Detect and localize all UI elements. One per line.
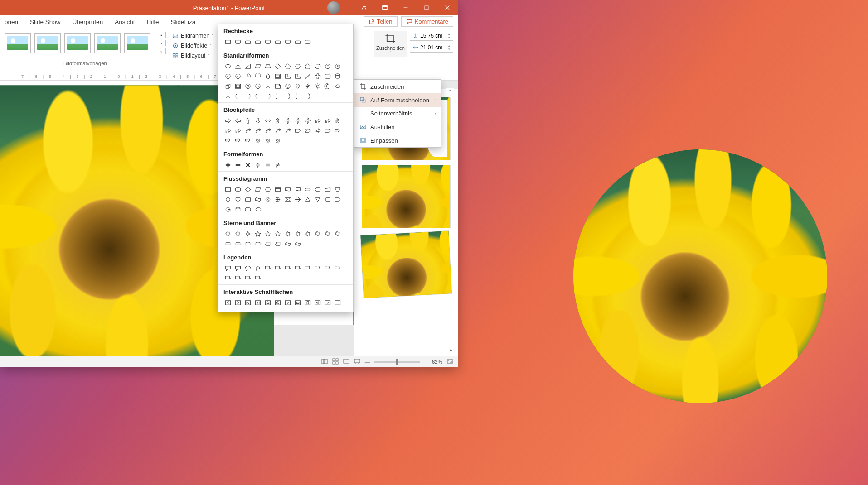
shape-arrUD[interactable]	[273, 116, 282, 125]
shape-snip[interactable]	[253, 37, 262, 46]
shape-trap[interactable]	[263, 62, 272, 71]
shape-fcData[interactable]	[253, 185, 262, 194]
shape-wave[interactable]	[283, 239, 292, 248]
shape-arrPent[interactable]	[293, 126, 302, 135]
shape-nosym[interactable]	[253, 82, 262, 91]
shape-callLine2[interactable]	[333, 264, 342, 273]
shape-fcMerge[interactable]	[313, 195, 322, 204]
shape-cross[interactable]	[313, 72, 322, 81]
shape-callOval[interactable]	[243, 264, 252, 273]
display-options-icon[interactable]	[374, 0, 395, 15]
shape-abBack[interactable]	[223, 298, 233, 307]
shape-abHelp[interactable]: ?	[323, 298, 332, 307]
shape-sun[interactable]	[313, 82, 322, 91]
height-field[interactable]: 15,75 cm ▴▾	[410, 31, 453, 41]
shape-callLine[interactable]	[283, 264, 292, 273]
tab-ansicht[interactable]: Ansicht	[114, 17, 136, 27]
shape-fcSort[interactable]	[293, 195, 302, 204]
design-idea-3[interactable]	[360, 230, 452, 298]
shape-fcTape[interactable]	[253, 195, 262, 204]
shape-ribbon[interactable]	[223, 239, 233, 248]
shape-arrCirc[interactable]	[263, 136, 272, 145]
shape-fcPre[interactable]	[263, 185, 272, 194]
shape-arrCurv[interactable]	[263, 126, 272, 135]
shape-can[interactable]	[333, 72, 342, 81]
bildrahmen-button[interactable]: Bildrahmen ˅	[171, 32, 215, 40]
width-field[interactable]: 21,01 cm ▴▾	[410, 43, 453, 53]
shape-arrD[interactable]	[253, 116, 262, 125]
tab-slidelizard[interactable]: SlideLiza	[170, 17, 196, 27]
picture-style-3[interactable]	[64, 33, 91, 53]
shape-circ7[interactable]: 7	[323, 62, 332, 71]
shape-arc[interactable]	[223, 91, 233, 101]
shape-hex[interactable]	[293, 62, 302, 71]
shape-eq[interactable]	[263, 160, 272, 169]
shape-abBeg[interactable]	[243, 298, 252, 307]
shape-arrU[interactable]	[243, 116, 252, 125]
shape-pie[interactable]	[243, 72, 252, 81]
shape-rrect[interactable]	[263, 37, 272, 46]
user-avatar[interactable]	[327, 1, 340, 14]
shape-moon[interactable]	[323, 82, 332, 91]
tab-ueberpruefen[interactable]: Überprüfen	[72, 17, 104, 27]
shape-arrCirc[interactable]	[253, 136, 262, 145]
shape-burst[interactable]	[333, 229, 342, 238]
shape-fcPrep[interactable]	[313, 185, 322, 194]
shape-brkt2[interactable]	[263, 91, 272, 101]
tab-hilfe[interactable]: Hilfe	[145, 17, 160, 27]
shape-callLine[interactable]	[263, 264, 272, 273]
shape-abSnd[interactable]	[313, 298, 322, 307]
shape-arrCall[interactable]	[223, 136, 233, 145]
crop-menu-seitenverhaeltnis[interactable]: Seitenverhältnis ›	[354, 107, 441, 120]
shape-circ8[interactable]: 8	[333, 62, 342, 71]
shape-fcDoc[interactable]	[283, 185, 292, 194]
share-button[interactable]: Teilen	[364, 16, 398, 27]
shape-fcManOp[interactable]	[333, 185, 342, 194]
shape-oval[interactable]	[223, 62, 233, 71]
shape-heart[interactable]	[293, 82, 302, 91]
shape-arrCall[interactable]	[233, 136, 242, 145]
shape-plus[interactable]	[223, 160, 233, 169]
shape-arrCirc[interactable]	[273, 136, 282, 145]
shape-ribbon2[interactable]	[243, 239, 252, 248]
view-reading-icon[interactable]	[343, 358, 349, 365]
shape-ribbon2[interactable]	[253, 239, 262, 248]
view-slideshow-icon[interactable]	[354, 358, 360, 365]
shape-arr4[interactable]	[283, 116, 292, 125]
shape-tri[interactable]	[233, 62, 242, 71]
shape-pent[interactable]	[303, 62, 312, 71]
fit-window-icon[interactable]	[447, 358, 453, 365]
minimize-button[interactable]	[395, 0, 416, 15]
shape-rrect[interactable]	[233, 37, 242, 46]
shape-arrBent[interactable]	[323, 116, 332, 125]
shape-fcDec[interactable]	[243, 185, 252, 194]
shape-rrect[interactable]	[283, 37, 292, 46]
shape-fcColl[interactable]	[283, 195, 292, 204]
shape-fcInt[interactable]	[273, 185, 282, 194]
crop-menu-einpassen[interactable]: Einpassen	[354, 134, 441, 147]
shape-abHome[interactable]	[263, 298, 272, 307]
styles-row-up[interactable]: ▴	[157, 32, 166, 38]
shape-tear[interactable]	[263, 72, 272, 81]
shape-arc[interactable]	[263, 82, 272, 91]
shape-fcManIn[interactable]	[323, 185, 332, 194]
shape-plaq[interactable]	[323, 72, 332, 81]
shape-fcExt[interactable]	[303, 195, 312, 204]
shape-arrR[interactable]	[223, 116, 233, 125]
crop-menu-ausfuellen[interactable]: Ausfüllen	[354, 120, 441, 134]
shape-fcOff[interactable]	[233, 195, 242, 204]
shape-brkt2[interactable]	[243, 91, 252, 101]
shape-fold[interactable]	[273, 82, 282, 91]
bildlayout-button[interactable]: Bildlayout ˅	[171, 52, 215, 60]
shape-bolt[interactable]	[303, 82, 312, 91]
shape-dia[interactable]	[273, 62, 282, 71]
shape-fcProc[interactable]	[223, 185, 233, 194]
shape-arrCurv[interactable]	[253, 126, 262, 135]
shape-cube[interactable]	[223, 82, 233, 91]
shape-abMov[interactable]	[293, 298, 302, 307]
shape-rect[interactable]	[223, 37, 233, 46]
shape-div[interactable]	[253, 160, 262, 169]
shape-fcOr[interactable]	[273, 195, 282, 204]
shape-star5[interactable]	[253, 229, 262, 238]
shape-donut[interactable]	[243, 82, 252, 91]
